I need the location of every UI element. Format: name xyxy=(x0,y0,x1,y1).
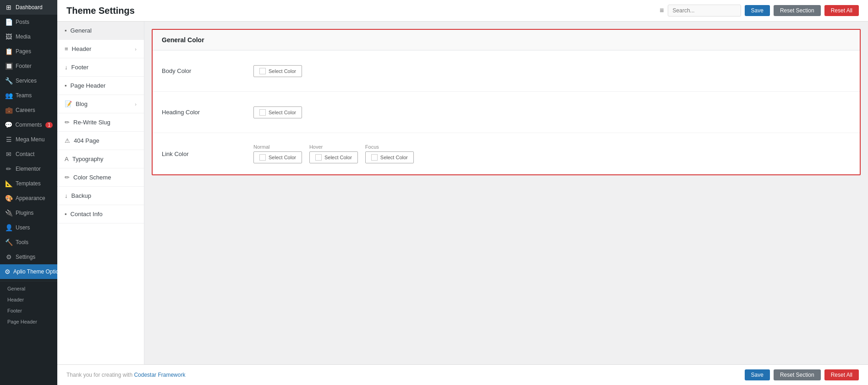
link-focus-color-button[interactable]: Select Color xyxy=(365,151,414,163)
typography-nav-icon: A xyxy=(65,156,69,162)
link-color-hover-group: Hover Select Color xyxy=(309,144,358,163)
admin-sidebar: ⊞ Dashboard 📄 Posts 🖼 Media 📋 Pages 🔲 Fo… xyxy=(0,0,57,385)
link-normal-color-swatch xyxy=(259,154,266,161)
sidebar-item-teams[interactable]: 👥 Teams xyxy=(0,88,57,103)
teams-icon: 👥 xyxy=(5,92,13,99)
heading-color-swatch xyxy=(259,109,266,116)
sidebar-item-careers[interactable]: 💼 Careers xyxy=(0,103,57,117)
codestar-link[interactable]: Codestar Framework xyxy=(134,372,185,378)
blog-nav-icon: 📝 xyxy=(65,100,72,107)
sidebar-item-plugins[interactable]: 🔌 Plugins xyxy=(0,206,57,220)
body-color-label: Body Color xyxy=(162,67,253,74)
footer-nav-icon: ↓ xyxy=(65,64,68,71)
main-panel: General Color Body Color Select Color xyxy=(144,22,868,364)
404-nav-icon: ⚠ xyxy=(65,137,70,144)
link-color-normal-group: Normal Select Color xyxy=(253,144,302,163)
posts-icon: 📄 xyxy=(5,18,13,26)
top-bar-actions: ≡ Save Reset Section Reset All xyxy=(659,5,859,17)
sidebar-item-dashboard[interactable]: ⊞ Dashboard xyxy=(0,0,57,15)
link-normal-color-button[interactable]: Select Color xyxy=(253,151,302,163)
pages-icon: 📋 xyxy=(5,48,13,55)
sidebar-item-pages[interactable]: 📋 Pages xyxy=(0,44,57,59)
sidebar-item-posts[interactable]: 📄 Posts xyxy=(0,15,57,29)
sidebar-item-aplio[interactable]: ⚙ Aplio Theme Options xyxy=(0,264,57,279)
sidebar-sub-page-header[interactable]: Page Header xyxy=(0,316,57,327)
megamenu-icon: ☰ xyxy=(5,136,13,143)
page-header-nav-icon: ▪ xyxy=(65,82,67,89)
users-icon: 👤 xyxy=(5,224,13,231)
nav-item-color-scheme[interactable]: ✏ Color Scheme xyxy=(57,168,144,187)
aplio-icon: ⚙ xyxy=(5,268,11,275)
nav-item-typography[interactable]: A Typography xyxy=(57,150,144,168)
link-color-label: Link Color xyxy=(162,151,253,157)
sidebar-item-tools[interactable]: 🔨 Tools xyxy=(0,235,57,250)
nav-item-general[interactable]: ▪ General xyxy=(57,22,144,40)
link-hover-sublabel: Hover xyxy=(309,144,358,150)
section-title: General Color xyxy=(153,30,860,50)
nav-item-blog[interactable]: 📝 Blog › xyxy=(57,95,144,113)
nav-item-header[interactable]: ≡ Header › xyxy=(57,40,144,58)
elementor-icon: ✏ xyxy=(5,165,13,173)
color-scheme-nav-icon: ✏ xyxy=(65,174,70,181)
services-icon: 🔧 xyxy=(5,77,13,84)
reset-all-button[interactable]: Reset All xyxy=(824,5,859,16)
link-normal-sublabel: Normal xyxy=(253,144,302,150)
heading-color-controls: Select Color xyxy=(253,106,302,118)
sidebar-item-services[interactable]: 🔧 Services xyxy=(0,73,57,88)
sidebar-item-media[interactable]: 🖼 Media xyxy=(0,29,57,44)
body-color-row: Body Color Select Color xyxy=(153,50,860,92)
sidebar-item-elementor[interactable]: ✏ Elementor xyxy=(0,162,57,176)
heading-color-group: Select Color xyxy=(253,106,302,118)
general-nav-icon: ▪ xyxy=(65,27,67,34)
header-arrow-icon: › xyxy=(135,46,137,52)
media-icon: 🖼 xyxy=(5,33,13,40)
sidebar-item-footer[interactable]: 🔲 Footer xyxy=(0,59,57,73)
nav-item-contact-info[interactable]: ▪ Contact Info xyxy=(57,205,144,223)
settings-icon: ⚙ xyxy=(5,253,13,261)
body-color-group: Select Color xyxy=(253,65,302,77)
sidebar-item-megamenu[interactable]: ☰ Mega Menu xyxy=(0,132,57,147)
link-color-focus-group: Focus Select Color xyxy=(365,144,414,163)
body-color-controls: Select Color xyxy=(253,65,302,77)
dashboard-icon: ⊞ xyxy=(5,4,13,11)
search-input[interactable] xyxy=(668,5,741,17)
nav-item-backup[interactable]: ↓ Backup xyxy=(57,187,144,205)
nav-item-page-header[interactable]: ▪ Page Header xyxy=(57,77,144,95)
link-hover-color-swatch xyxy=(315,154,322,161)
sidebar-item-comments[interactable]: 💬 Comments 1 xyxy=(0,117,57,132)
footer-save-button[interactable]: Save xyxy=(745,369,770,380)
heading-color-label: Heading Color xyxy=(162,109,253,116)
backup-nav-icon: ↓ xyxy=(65,192,68,199)
sidebar-item-users[interactable]: 👤 Users xyxy=(0,220,57,235)
nav-item-rewrite-slug[interactable]: ✏ Re-Write Slug xyxy=(57,113,144,132)
save-button[interactable]: Save xyxy=(745,5,770,16)
comments-icon: 💬 xyxy=(5,121,12,128)
side-nav: ▪ General ≡ Header › ↓ Footer ▪ Page Hea… xyxy=(57,22,144,364)
sidebar-item-templates[interactable]: 📐 Templates xyxy=(0,176,57,191)
footer-reset-all-button[interactable]: Reset All xyxy=(824,369,859,380)
sidebar-item-appearance[interactable]: 🎨 Appearance xyxy=(0,191,57,206)
tools-icon: 🔨 xyxy=(5,239,13,246)
top-bar: Theme Settings ≡ Save Reset Section Rese… xyxy=(57,0,868,22)
careers-icon: 💼 xyxy=(5,106,13,114)
contact-info-nav-icon: ▪ xyxy=(65,211,67,218)
comments-badge: 1 xyxy=(45,122,53,128)
link-focus-color-swatch xyxy=(371,154,378,161)
body-color-button[interactable]: Select Color xyxy=(253,65,302,77)
reset-section-button[interactable]: Reset Section xyxy=(774,5,821,16)
nav-item-footer[interactable]: ↓ Footer xyxy=(57,58,144,77)
link-color-row: Link Color Normal Select Color Hover xyxy=(153,133,860,174)
sidebar-sub-header[interactable]: Header xyxy=(0,294,57,305)
sidebar-item-contact[interactable]: ✉ Contact xyxy=(0,147,57,162)
heading-color-button[interactable]: Select Color xyxy=(253,106,302,118)
sidebar-sub-general[interactable]: General xyxy=(0,283,57,294)
body-color-swatch xyxy=(259,68,266,74)
link-hover-color-button[interactable]: Select Color xyxy=(309,151,358,163)
sidebar-item-settings[interactable]: ⚙ Settings xyxy=(0,250,57,264)
header-nav-icon: ≡ xyxy=(65,45,68,52)
nav-item-404[interactable]: ⚠ 404 Page xyxy=(57,132,144,150)
sidebar-sub-footer[interactable]: Footer xyxy=(0,305,57,316)
footer-reset-section-button[interactable]: Reset Section xyxy=(774,369,821,380)
list-icon[interactable]: ≡ xyxy=(659,6,664,15)
templates-icon: 📐 xyxy=(5,180,13,187)
